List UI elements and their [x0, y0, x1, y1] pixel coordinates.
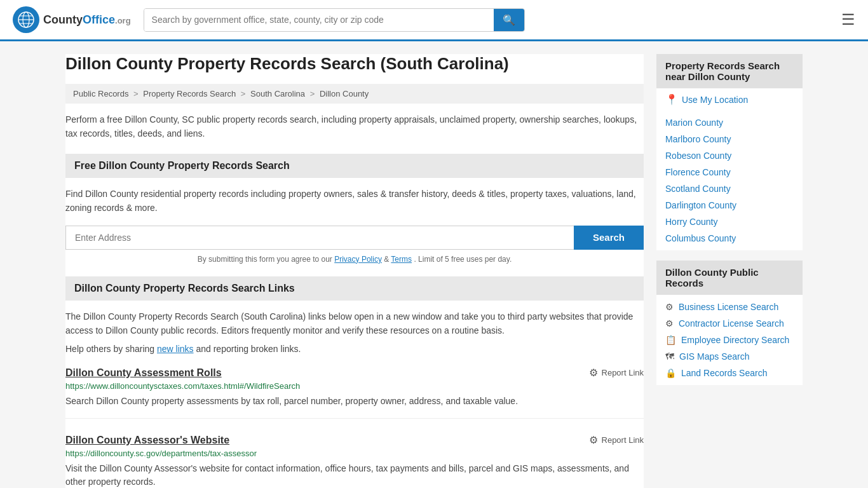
report-icon: ⚙ [589, 367, 598, 379]
record-type-icon: 🔒 [665, 368, 676, 378]
record-url[interactable]: https://dilloncounty.sc.gov/departments/… [65, 449, 644, 458]
nearby-section-header: Property Records Search near Dillon Coun… [656, 54, 803, 88]
disclaimer-text: By submitting this form you agree to our [198, 255, 332, 264]
address-search-row: Search [65, 226, 644, 250]
county-link[interactable]: Robeson County [665, 151, 731, 161]
address-search-button[interactable]: Search [574, 226, 644, 250]
report-link-button[interactable]: ⚙ Report Link [589, 367, 644, 379]
hamburger-menu-button[interactable]: ☰ [841, 11, 855, 29]
county-link[interactable]: Darlington County [665, 200, 736, 210]
links-section-header: Dillon County Property Records Search Li… [65, 276, 644, 301]
public-record-link[interactable]: Business License Search [679, 302, 778, 312]
breadcrumb-public-records[interactable]: Public Records [73, 89, 128, 98]
report-link-label: Report Link [602, 368, 644, 377]
county-link[interactable]: Scotland County [665, 184, 731, 194]
sidebar-county-item: Scotland County [656, 180, 803, 197]
public-record-link[interactable]: Employee Directory Search [681, 335, 789, 345]
public-record-link[interactable]: Contractor License Search [679, 318, 784, 329]
nearby-section: Property Records Search near Dillon Coun… [656, 54, 803, 250]
breadcrumb-south-carolina[interactable]: South Carolina [250, 89, 305, 98]
location-pin-icon: 📍 [665, 93, 678, 105]
public-record-link[interactable]: Land Records Search [681, 368, 767, 378]
record-url[interactable]: https://www.dilloncountysctaxes.com/taxe… [65, 381, 644, 391]
form-disclaimer: By submitting this form you agree to our… [65, 255, 644, 264]
record-item: Dillon County Assessor's Website ⚙ Repor… [65, 434, 644, 488]
breadcrumb-separator-1: > [133, 89, 139, 98]
help-text-suffix: and reporting broken links. [196, 344, 301, 354]
breadcrumb-dillon-county[interactable]: Dillon County [320, 89, 369, 98]
breadcrumb-property-records-search[interactable]: Property Records Search [143, 89, 236, 98]
county-link[interactable]: Marion County [665, 118, 723, 128]
report-link-button[interactable]: ⚙ Report Link [589, 434, 644, 446]
intro-text: Perform a free Dillon County, SC public … [65, 112, 644, 141]
public-record-item: ⚙ Business License Search [656, 299, 803, 315]
sidebar-county-item: Horry County [656, 214, 803, 230]
use-my-location-button[interactable]: 📍 Use My Location [656, 88, 803, 111]
county-link[interactable]: Florence County [665, 167, 731, 177]
free-search-header: Free Dillon County Property Records Sear… [65, 154, 644, 178]
record-type-icon: ⚙ [665, 302, 674, 312]
sidebar: Property Records Search near Dillon Coun… [656, 54, 803, 488]
use-my-location-label: Use My Location [682, 95, 748, 105]
report-icon: ⚙ [589, 434, 598, 446]
county-link[interactable]: Columbus County [665, 233, 736, 243]
links-description: The Dillon County Property Records Searc… [65, 309, 644, 338]
disclaimer-limit: . Limit of 5 free uses per day. [414, 255, 512, 264]
public-records-list: ⚙ Business License Search ⚙ Contractor L… [656, 295, 803, 385]
search-icon: 🔍 [503, 15, 515, 25]
sidebar-county-item: Marlboro County [656, 131, 803, 147]
county-link[interactable]: Marlboro County [665, 134, 731, 144]
record-item: Dillon County Assessment Rolls ⚙ Report … [65, 367, 644, 419]
record-title-row: Dillon County Assessor's Website ⚙ Repor… [65, 434, 644, 446]
public-records-header: Dillon County Public Records [656, 261, 803, 295]
record-title-row: Dillon County Assessment Rolls ⚙ Report … [65, 367, 644, 379]
records-container: Dillon County Assessment Rolls ⚙ Report … [65, 367, 644, 488]
public-records-section: Dillon County Public Records ⚙ Business … [656, 261, 803, 385]
breadcrumb-separator-3: > [310, 89, 315, 98]
record-description: Search Dillon County property assessment… [65, 395, 644, 408]
logo-link[interactable]: CountyOffice.org [13, 6, 131, 33]
global-search-button[interactable]: 🔍 [494, 9, 524, 31]
record-description: Visit the Dillon County Assessor's websi… [65, 462, 644, 488]
public-record-item: ⚙ Contractor License Search [656, 315, 803, 332]
address-input[interactable] [65, 226, 574, 250]
nearby-county-list: Marion CountyMarlboro CountyRobeson Coun… [656, 111, 803, 250]
public-record-item: 📋 Employee Directory Search [656, 332, 803, 348]
record-title[interactable]: Dillon County Assessment Rolls [65, 367, 222, 379]
page-title: Dillon County Property Records Search (S… [65, 54, 644, 74]
disclaimer-and: & [384, 255, 391, 264]
help-text-prefix: Help others by sharing [65, 344, 154, 354]
sidebar-county-item: Columbus County [656, 230, 803, 247]
sidebar-county-item: Darlington County [656, 197, 803, 214]
sidebar-county-item: Marion County [656, 114, 803, 131]
breadcrumb: Public Records > Property Records Search… [65, 84, 644, 104]
logo-icon [13, 6, 39, 33]
record-title[interactable]: Dillon County Assessor's Website [65, 435, 229, 446]
global-search-input[interactable] [144, 9, 494, 31]
new-links-link[interactable]: new links [157, 344, 194, 354]
sidebar-county-item: Florence County [656, 164, 803, 180]
report-link-label: Report Link [602, 435, 644, 445]
main-content: Dillon County Property Records Search (S… [65, 54, 644, 488]
record-type-icon: ⚙ [665, 318, 674, 329]
privacy-policy-link[interactable]: Privacy Policy [334, 255, 382, 264]
hamburger-icon: ☰ [841, 11, 855, 28]
record-type-icon: 🗺 [665, 351, 674, 362]
county-link[interactable]: Horry County [665, 217, 717, 227]
record-type-icon: 📋 [665, 335, 676, 345]
main-container: Dillon County Property Records Search (S… [53, 41, 815, 488]
logo-text: CountyOffice.org [43, 13, 131, 27]
global-search-bar: 🔍 [144, 8, 525, 32]
public-record-link[interactable]: GIS Maps Search [679, 351, 750, 362]
sidebar-county-item: Robeson County [656, 147, 803, 164]
terms-link[interactable]: Terms [391, 255, 412, 264]
breadcrumb-separator-2: > [241, 89, 246, 98]
free-search-description: Find Dillon County residential property … [65, 187, 644, 215]
help-text: Help others by sharing new links and rep… [65, 344, 644, 354]
public-record-item: 🗺 GIS Maps Search [656, 348, 803, 365]
public-record-item: 🔒 Land Records Search [656, 365, 803, 381]
site-header: CountyOffice.org 🔍 ☰ [0, 0, 868, 41]
